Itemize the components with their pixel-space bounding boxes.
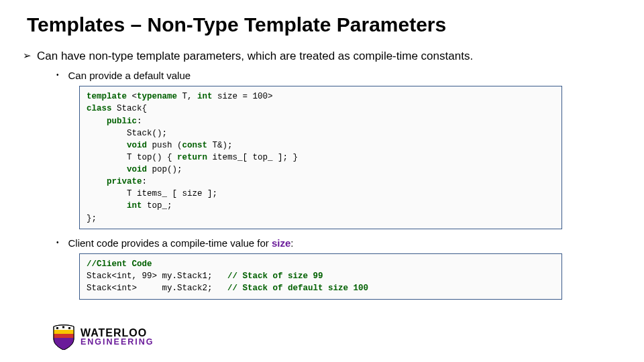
code-txt: T, <box>177 92 197 101</box>
sub2-size-word: size <box>272 237 290 249</box>
code-txt: top_; <box>142 201 172 210</box>
code-kw: void <box>87 165 147 174</box>
code-txt: : <box>137 117 142 126</box>
code-kw: private <box>87 177 142 186</box>
code-kw: int <box>197 92 213 101</box>
logo-text: WATERLOO ENGINEERING <box>80 328 154 346</box>
bullet-main: ➢ Can have non-type template parameters,… <box>27 48 617 64</box>
code-kw: typename <box>137 92 177 101</box>
sub2-part-c: : <box>290 237 293 249</box>
slide-root: Templates – Non-Type Template Parameters… <box>0 0 644 362</box>
code-block-1: template <typename T, int size = 100> cl… <box>79 86 562 229</box>
code-txt: Stack<int> my.Stack2; <box>87 284 227 293</box>
svg-rect-3 <box>62 326 64 328</box>
code-kw: public <box>87 117 137 126</box>
bullet-main-text: Can have non-type template parameters, w… <box>37 48 473 64</box>
sub-bullet-2: • Client code provides a compile-time va… <box>56 236 617 251</box>
code-txt: push ( <box>147 141 182 150</box>
code-kw: class <box>87 104 112 113</box>
sub-bullet-1-text: Can provide a default value <box>68 68 191 84</box>
code-comment: //Client Code <box>87 259 152 269</box>
code-txt: Stack{ <box>112 104 148 113</box>
code-kw: void <box>87 141 147 150</box>
code-txt: T top() { <box>87 153 177 162</box>
logo-engineering: ENGINEERING <box>80 339 154 347</box>
code-txt: T items_ [ size ]; <box>87 189 217 198</box>
svg-rect-2 <box>56 327 58 329</box>
svg-rect-0 <box>54 330 74 334</box>
svg-rect-1 <box>54 334 74 338</box>
sub-bullet-1: • Can provide a default value <box>56 68 617 84</box>
code-kw: const <box>182 141 208 150</box>
code-block-2: //Client Code Stack<int, 99> my.Stack1; … <box>79 253 562 299</box>
arrow-icon: ➢ <box>23 48 32 62</box>
code-kw: int <box>87 201 142 210</box>
code-txt: pop(); <box>147 165 182 174</box>
sub-bullet-2-text: Client code provides a compile-time valu… <box>68 236 294 251</box>
code-comment: // Stack of size 99 <box>227 272 323 281</box>
waterloo-logo: WATERLOO ENGINEERING <box>52 324 154 350</box>
sub2-part-a: Client code provides a compile-time valu… <box>68 237 272 249</box>
page-title: Templates – Non-Type Template Parameters <box>27 13 617 36</box>
svg-rect-4 <box>68 327 70 329</box>
code-comment: // Stack of default size 100 <box>227 284 368 293</box>
code-txt: Stack<int, 99> my.Stack1; <box>87 272 227 281</box>
dot-icon: • <box>56 68 59 81</box>
code-kw: template <box>87 92 127 101</box>
code-txt: }; <box>87 214 97 223</box>
code-txt: : <box>142 177 148 186</box>
code-txt: T&); <box>207 141 233 150</box>
dot-icon: • <box>56 236 59 249</box>
code-txt: Stack(); <box>87 129 167 138</box>
code-txt: size = 100> <box>213 92 273 101</box>
code-txt: items_[ top_ ]; } <box>207 153 298 162</box>
code-txt: < <box>127 92 137 101</box>
code-kw: return <box>177 153 207 162</box>
shield-icon <box>52 324 75 350</box>
